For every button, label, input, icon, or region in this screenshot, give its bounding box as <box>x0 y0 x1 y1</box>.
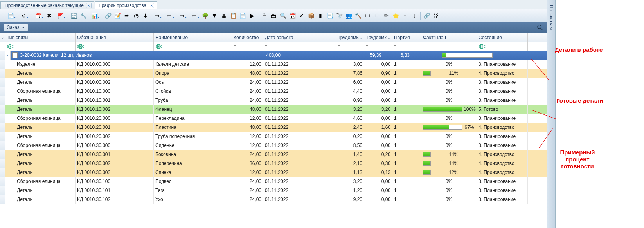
barcode-icon[interactable]: ▮ <box>316 11 325 20</box>
table-row[interactable]: ДетальКД 0010.30.002Поперечина36,0001.11… <box>0 159 547 168</box>
grid3-icon[interactable]: ▦ <box>219 11 228 20</box>
data-grid[interactable]: ▸−З-20-0032 Качели, 12 шт, Иванов408,005… <box>0 51 547 228</box>
col-designation[interactable]: Обозначение <box>76 33 154 42</box>
tab-label: Производственные заказы: текущие <box>5 3 84 8</box>
filter-date[interactable]: = <box>263 42 336 51</box>
table-row[interactable]: Сборочная единицаКД 0010.30.000Сиденье12… <box>0 141 547 150</box>
filter-labor2[interactable]: = <box>364 42 392 51</box>
filter-qty[interactable]: = <box>232 42 263 51</box>
refresh-icon[interactable]: 🔄 <box>70 11 78 20</box>
separator <box>102 12 102 20</box>
span-icon[interactable]: ▭ <box>163 11 175 20</box>
tab[interactable]: Производственные заказы: текущие× <box>0 1 94 9</box>
filter-desig[interactable]: abc <box>76 42 154 51</box>
search-icon[interactable] <box>536 24 543 31</box>
span-icon[interactable]: ▭ <box>176 11 187 20</box>
db-icon[interactable]: 🗄 <box>260 11 268 20</box>
binoc-icon[interactable]: 🔭 <box>335 11 344 20</box>
tree-icon[interactable]: 🌳 <box>201 11 209 20</box>
table-row[interactable]: ДетальКД 0010.20.002Труба поперечная12,0… <box>0 132 547 141</box>
run-icon[interactable]: ▶ <box>248 11 256 20</box>
link-icon[interactable]: 🔗 <box>422 11 431 20</box>
cell-labor1: 2,40 <box>336 123 364 132</box>
search-icon[interactable]: 🔍 <box>279 11 287 20</box>
down-icon[interactable]: ↓ <box>410 11 419 20</box>
check-icon[interactable]: ✔ <box>297 11 306 20</box>
collapse-icon[interactable]: − <box>12 52 18 58</box>
filter-labor1[interactable]: = <box>336 42 364 51</box>
col-type[interactable]: Тип связи <box>5 33 76 42</box>
db2-icon[interactable]: 🗃 <box>269 11 278 20</box>
excel-icon[interactable]: 📊 <box>88 11 100 20</box>
hammer-icon[interactable]: 🔨 <box>354 11 362 20</box>
delete-icon[interactable]: ✖ <box>45 11 54 20</box>
import-icon[interactable]: ➡ <box>122 11 131 20</box>
filter-state[interactable]: abc <box>477 42 528 51</box>
new-icon[interactable]: 📄 <box>5 11 16 20</box>
flag-icon[interactable]: 🚩 <box>54 11 66 20</box>
table-row[interactable]: Сборочная единицаКД 0010.20.000Переклади… <box>0 114 547 123</box>
table-row[interactable]: ДетальКД 0010.10.001Труба24,0001.11.2022… <box>0 96 547 105</box>
cal2-icon[interactable]: 📆 <box>288 11 297 20</box>
filter-batch[interactable]: = <box>392 42 421 51</box>
cell-type: Деталь <box>5 132 76 141</box>
users-icon[interactable]: 👥 <box>344 11 353 20</box>
table-row[interactable]: Сборочная единицаКД 0010.10.000Стойка24,… <box>0 87 547 96</box>
filter-type[interactable]: abc <box>5 42 76 51</box>
row-marker <box>0 132 5 141</box>
table-row[interactable]: ДетальКД 0010.10.002Фланец48,0001.11.202… <box>0 105 547 114</box>
tab[interactable]: График производства× <box>95 1 157 9</box>
side-tab-by-orders[interactable]: По заказам <box>547 0 556 228</box>
table-row[interactable]: ДетальКД 0010.30.003Спинка12,0001.11.202… <box>0 168 547 177</box>
form2-icon[interactable]: 📄 <box>238 11 247 20</box>
calendar-icon[interactable]: 📅 <box>32 11 44 20</box>
form-icon[interactable]: 📋 <box>229 11 237 20</box>
table-row[interactable]: ДетальКД 0010.30.102Ухо24,0001.11.20229,… <box>0 195 547 204</box>
funnel-icon[interactable]: ▼ <box>210 11 219 20</box>
unlink-icon[interactable]: ⛓ <box>432 11 440 20</box>
span-icon[interactable]: ▭ <box>188 11 200 20</box>
table-row[interactable]: ИзделиеКД 0010.00.000Качели детские12,00… <box>0 60 547 69</box>
share-icon[interactable]: 🔗 <box>104 11 112 20</box>
close-icon[interactable]: × <box>86 3 92 8</box>
table-row[interactable]: ДетальКД 0010.00.001Опора48,0001.11.2022… <box>0 69 547 78</box>
col-quantity[interactable]: Количество <box>232 33 263 42</box>
download-icon[interactable]: ⬇ <box>141 11 150 20</box>
org-icon[interactable]: ⬚ <box>363 11 372 20</box>
col-name[interactable]: Наименование <box>154 33 232 42</box>
report-icon[interactable]: 📑 <box>326 11 334 20</box>
col-start-date[interactable]: Дата запуска <box>263 33 336 42</box>
filter-indicator-icon[interactable]: ▿ <box>0 33 5 42</box>
span-icon[interactable]: ▭ <box>151 11 162 20</box>
cell-batch: 1 <box>392 186 421 195</box>
up-icon[interactable]: ↑ <box>401 11 409 20</box>
col-fact-plan[interactable]: Факт/План <box>421 33 477 42</box>
table-row[interactable]: ДетальКД 0010.20.001Пластина48,0001.11.2… <box>0 123 547 132</box>
col-labor2[interactable]: Трудоёмк... <box>364 33 392 42</box>
expand-arrow-icon[interactable]: ▸ <box>5 51 11 60</box>
table-row[interactable]: ДетальКД 0010.00.002Ось24,0001.11.20226,… <box>0 78 547 87</box>
table-row[interactable]: Сборочная единицаКД 0010.30.100Подвес24,… <box>0 177 547 186</box>
note-icon[interactable]: 📝 <box>113 11 122 20</box>
org2-icon[interactable]: ⬚ <box>372 11 381 20</box>
pencil-icon[interactable]: ✏ <box>382 11 390 20</box>
cell-labor2: 0,90 <box>364 69 392 78</box>
filter-marker[interactable] <box>0 42 5 51</box>
star-icon[interactable]: ⭐ <box>391 11 400 20</box>
print-icon[interactable]: 🖨 <box>17 11 29 20</box>
close-icon[interactable]: × <box>149 3 154 8</box>
table-row[interactable]: ДетальКД 0010.30.101Тяга24,0001.11.20221… <box>0 186 547 195</box>
table-row[interactable]: ДетальКД 0010.30.001Боковина24,0001.11.2… <box>0 150 547 159</box>
filter-plan[interactable] <box>421 42 477 51</box>
wrench-icon[interactable]: 🔧 <box>79 11 88 20</box>
order-dropdown[interactable]: Заказ ▲ <box>4 24 28 31</box>
col-batch[interactable]: Партия <box>392 33 421 42</box>
group-row[interactable]: ▸−З-20-0032 Качели, 12 шт, Иванов408,005… <box>0 51 547 60</box>
cell-batch: 1 <box>392 168 421 177</box>
col-labor1[interactable]: Трудоёмк... <box>336 33 364 42</box>
filter-name[interactable]: abc <box>154 42 232 51</box>
cube-icon[interactable]: 📦 <box>307 11 315 20</box>
col-state[interactable]: Состояние <box>477 33 528 42</box>
pie-icon[interactable]: ◔ <box>132 11 140 20</box>
cell-state: 3. Планирование <box>477 78 528 87</box>
